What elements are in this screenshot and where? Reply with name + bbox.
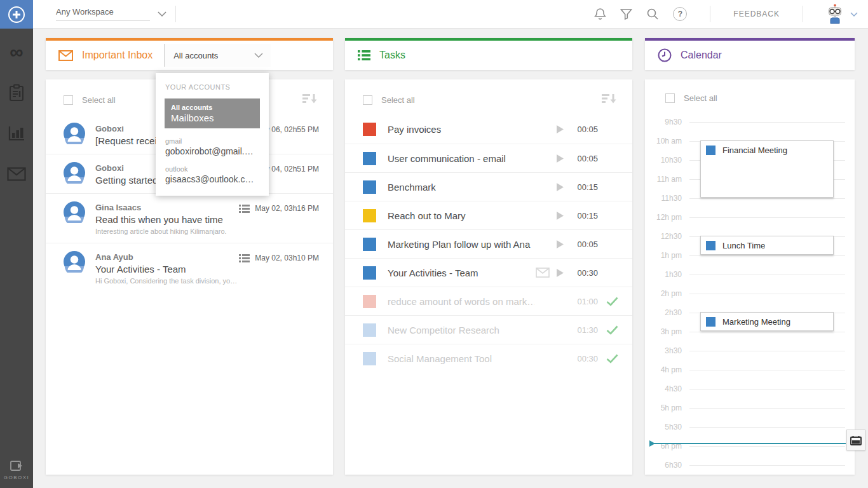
inbox-envelope-icon	[58, 50, 73, 61]
filter-funnel-icon[interactable]	[620, 8, 632, 20]
calendar-slot[interactable]: 4h30	[645, 379, 855, 398]
calendar-slot[interactable]: 4h pm	[645, 360, 855, 379]
slot-gridline	[689, 389, 845, 390]
search-icon[interactable]	[646, 8, 659, 20]
feedback-button[interactable]: FEEDBACK	[733, 10, 780, 18]
task-time: 00:05	[569, 240, 598, 249]
slot-gridline	[689, 217, 845, 218]
slot-time-label: 12h pm	[645, 213, 689, 222]
task-row[interactable]: Marketing Plan follow up with Ana 00:05	[345, 229, 632, 258]
task-time: 00:30	[569, 354, 598, 363]
slot-gridline	[689, 255, 845, 256]
workflows-infinity-icon[interactable]: ∞	[6, 41, 27, 63]
inbox-sort-icon[interactable]	[302, 93, 319, 106]
task-play-button[interactable]	[551, 268, 569, 278]
clock-icon	[658, 48, 672, 62]
mail-sender: Ana Ayub	[95, 252, 239, 262]
account-filter-value: All accounts	[173, 51, 218, 60]
calendar-slot[interactable]: 5h pm	[645, 398, 855, 417]
task-row-completed[interactable]: New Competitor Research 01:30	[345, 315, 632, 344]
task-row[interactable]: Reach out to Mary 00:15	[345, 201, 632, 229]
mail-envelope-icon[interactable]	[6, 163, 27, 185]
slot-gridline	[689, 198, 845, 199]
task-label: User communication - email	[388, 153, 534, 164]
notifications-bell-icon[interactable]	[594, 8, 606, 20]
tasks-sort-icon[interactable]	[602, 93, 618, 106]
calendar-slot[interactable]: 1h30	[645, 265, 855, 284]
slot-time-label: 1h pm	[645, 251, 689, 260]
slot-time-label: 3h30	[645, 346, 689, 355]
chevron-down-icon	[158, 11, 166, 17]
calendar-slot[interactable]: 12h pm	[645, 208, 855, 227]
workspace-selector[interactable]: Any Workspace	[56, 7, 166, 21]
task-time: 01:30	[569, 325, 598, 335]
event-label: Marketing Meeting	[722, 317, 790, 326]
mail-list-item[interactable]: Ana Ayub Your Activities - Team Hi Gobox…	[46, 243, 333, 292]
task-row[interactable]: Pay invoices 00:05	[345, 115, 632, 144]
calendar-select-all-checkbox[interactable]	[665, 93, 675, 103]
account-name: goboxirobot@gmail.…	[165, 146, 260, 156]
calendar-slot[interactable]: 2h pm	[645, 284, 855, 303]
tasks-column: Tasks Select all Pay invoices 00:05 User…	[345, 38, 632, 475]
reports-bar-chart-icon[interactable]	[6, 123, 27, 144]
account-name: Mailboxes	[171, 112, 254, 123]
task-row[interactable]: Your Activities - Team 00:30	[345, 258, 632, 287]
help-icon[interactable]: ?	[673, 7, 687, 21]
task-row-completed[interactable]: reduce amount of words on mark… 01:00	[345, 287, 632, 315]
task-play-button[interactable]	[551, 182, 569, 192]
calendar-slot[interactable]: 3h30	[645, 341, 855, 360]
mail-list-item[interactable]: Gina Isaacs Read this when you have time…	[46, 193, 333, 243]
calendar-slot[interactable]: 9h30	[645, 112, 855, 132]
user-menu[interactable]	[826, 4, 858, 24]
calendar-event[interactable]: Marketing Meeting	[700, 312, 834, 331]
calendar-event[interactable]: Lunch Time	[700, 236, 834, 255]
task-row[interactable]: User communication - email 00:05	[345, 144, 632, 172]
event-label: Lunch Time	[722, 241, 765, 250]
task-time: 00:05	[569, 154, 598, 163]
task-mail-icon	[534, 268, 551, 278]
task-label: New Competitor Research	[388, 325, 534, 336]
calendar-event[interactable]: Financial Meeting	[700, 140, 834, 198]
goboxi-box-icon	[10, 459, 24, 472]
slot-time-label: 2h pm	[645, 289, 689, 298]
account-option-outlook[interactable]: outlook gisaacs3@outlook.c…	[156, 156, 269, 184]
chevron-down-icon	[254, 53, 263, 58]
task-label: Benchmark	[388, 182, 534, 193]
task-label: Your Activities - Team	[388, 268, 534, 278]
scroll-to-now-button[interactable]	[846, 430, 865, 451]
slot-gridline	[689, 122, 845, 123]
slot-time-label: 6h30	[645, 461, 689, 470]
calendar-title: Calendar	[681, 50, 722, 61]
slot-time-label: 10h am	[645, 137, 689, 146]
add-button[interactable]	[0, 0, 33, 29]
task-play-button[interactable]	[551, 125, 569, 134]
calendar-slot[interactable]: 6h30	[645, 456, 855, 475]
account-option-all-mailboxes[interactable]: All accounts Mailboxes	[165, 98, 260, 128]
task-label: Marketing Plan follow up with Ana	[388, 239, 534, 250]
calendar-header: Calendar	[645, 38, 855, 70]
calendar-slot[interactable]: 5h30	[645, 417, 855, 437]
task-time: 00:15	[569, 182, 598, 192]
task-row[interactable]: Benchmark 00:15	[345, 172, 632, 201]
inbox-select-all-checkbox[interactable]	[64, 95, 73, 105]
event-color-swatch	[706, 317, 715, 327]
calendar-slot[interactable]: 6h pm	[645, 437, 855, 456]
account-filter-select[interactable]: All accounts	[164, 44, 271, 67]
event-color-swatch	[706, 241, 715, 250]
tasks-list-icon	[358, 50, 370, 60]
mail-snippet: Interesting article about hiking Kiliman…	[95, 227, 239, 235]
workspace-label: Any Workspace	[56, 7, 150, 21]
inbox-select-all-label: Select all	[82, 95, 116, 105]
task-play-button[interactable]	[551, 240, 569, 249]
slot-time-label: 1h30	[645, 270, 689, 279]
task-play-button[interactable]	[551, 211, 569, 220]
account-option-gmail[interactable]: gmail goboxirobot@gmail.…	[156, 128, 269, 156]
avatar	[64, 251, 85, 273]
task-play-button[interactable]	[551, 154, 569, 163]
tasks-clipboard-icon[interactable]	[6, 82, 27, 104]
mail-subject: Read this when you have time	[95, 214, 239, 225]
task-row-completed[interactable]: Social Management Tool 00:30	[345, 344, 632, 372]
slot-gridline	[689, 332, 845, 332]
tasks-select-all-checkbox[interactable]	[363, 95, 372, 105]
task-done-check-icon	[598, 325, 618, 335]
